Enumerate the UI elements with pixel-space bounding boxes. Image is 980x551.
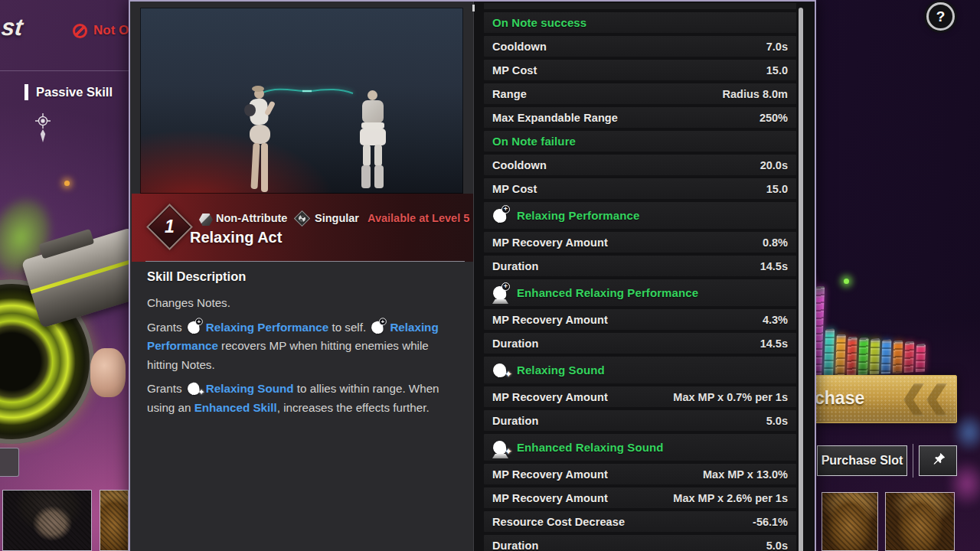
stat-value: 15.0 — [766, 64, 788, 77]
stat-label: Range — [492, 88, 527, 100]
section-marker-bar — [24, 84, 28, 100]
pin-button[interactable] — [919, 445, 957, 476]
character-hand — [90, 348, 126, 397]
stat-label: MP Recovery Amount — [492, 468, 608, 481]
stat-value: 250% — [760, 112, 788, 124]
stat-row: MP Cost15.0 — [484, 60, 796, 80]
sparkle-fx — [64, 181, 70, 186]
skill-detail-screen: st Not Owned Passive Skill — [0, 0, 980, 551]
description-paragraph: Grants ✦Relaxing Sound to allies within … — [147, 379, 455, 417]
skill-name: Relaxing Act — [190, 229, 282, 246]
column-divider — [473, 2, 474, 551]
equalizer-bar — [870, 339, 880, 375]
passive-skill-header: Passive Skill — [24, 84, 113, 100]
equalizer-bar — [824, 329, 835, 377]
stat-label: Relaxing Performance — [517, 209, 639, 222]
purchase-slot-label: Purchase Slot — [822, 454, 903, 468]
clipped-stat-row — [484, 3, 796, 9]
stat-label: Max Expandable Range — [492, 112, 618, 124]
character-figure-left — [241, 84, 281, 194]
head-plus-icon: + — [492, 206, 510, 225]
stat-row: Max Expandable Range250% — [484, 107, 796, 128]
cast-type-label: Singular — [315, 212, 359, 224]
description-text: Grants — [147, 321, 185, 334]
stat-row: Duration5.0s — [484, 410, 796, 431]
character-thumbnail[interactable] — [100, 490, 129, 551]
stat-label: Resource Cost Decrease — [492, 516, 625, 528]
description-paragraph: Grants +Relaxing Performance to self. +R… — [147, 318, 455, 375]
head-plus-base-icon: + — [492, 283, 510, 302]
buff-header-row: ✦Enhanced Relaxing Sound — [484, 434, 796, 461]
help-button[interactable]: ? — [926, 2, 955, 31]
stat-row: Duration14.5s — [484, 256, 796, 276]
stat-row: MP Cost15.0 — [484, 178, 796, 199]
help-button-label: ? — [936, 8, 946, 25]
stat-row: Cooldown7.0s — [484, 36, 796, 57]
skill-level-value: 1 — [165, 217, 175, 237]
stat-label: Enhanced Relaxing Performance — [517, 286, 698, 299]
buff-header-row: +Relaxing Performance — [484, 202, 796, 229]
pushpin-icon — [930, 452, 946, 471]
stat-label: MP Cost — [492, 183, 537, 195]
character-thumbnail[interactable] — [822, 492, 878, 551]
relaxing-sound-link: Relaxing Sound — [206, 382, 294, 395]
skill-detail-dialog: 1 Non-Attribute Singular Available at Le… — [129, 0, 816, 551]
equalizer-bar — [904, 341, 914, 373]
stat-label: MP Recovery Amount — [492, 236, 608, 249]
description-text: to self. — [328, 321, 369, 334]
stat-label: MP Recovery Amount — [492, 391, 608, 403]
column-tick — [472, 5, 475, 11]
stat-label: MP Cost — [492, 64, 537, 77]
stat-row: RangeRadius 8.0m — [484, 83, 796, 104]
stats-scrollbar[interactable] — [799, 8, 803, 551]
equalizer-bar — [893, 341, 903, 373]
stat-value: 20.0s — [760, 159, 788, 171]
stat-value: 15.0 — [766, 183, 788, 195]
stat-section-header: On Note success — [484, 12, 796, 33]
stat-label: On Note failure — [492, 135, 576, 148]
skill-stats-list: On Note successCooldown7.0sMP Cost15.0Ra… — [484, 12, 796, 551]
stat-value: 14.5s — [760, 260, 788, 272]
head-sparkle-base-icon: ✦ — [492, 438, 510, 457]
stat-value: Radius 8.0m — [723, 88, 788, 100]
stat-value: Max MP x 13.0% — [703, 468, 788, 481]
purchase-slot-button[interactable]: Purchase Slot — [817, 445, 907, 476]
stat-row: MP Recovery AmountMax MP x 13.0% — [484, 464, 796, 484]
sidebar-divider — [0, 70, 129, 71]
relaxing-sound-buff-icon: ✦ — [187, 380, 203, 398]
stat-value: 5.0s — [766, 415, 788, 427]
equalizer-bar — [858, 337, 869, 375]
equalizer-bar — [916, 344, 926, 372]
stat-row: MP Recovery Amount4.3% — [484, 309, 796, 330]
stat-value: 14.5s — [760, 337, 788, 350]
description-text: Grants — [147, 382, 185, 395]
stat-label: On Note success — [492, 16, 586, 29]
skill-description-title: Skill Description — [147, 269, 246, 284]
character-thumbnail[interactable] — [2, 490, 92, 551]
relaxing-performance-link: Relaxing Performance — [206, 321, 328, 334]
description-text: Changes Notes. — [147, 296, 230, 309]
equalizer-bars-fx — [801, 253, 972, 378]
stat-label: Duration — [492, 337, 538, 350]
stat-label: Cooldown — [492, 159, 547, 171]
relaxing-performance-buff-icon: + — [371, 318, 387, 336]
stat-row: Cooldown20.0s — [484, 155, 796, 175]
equalizer-bar — [881, 340, 892, 374]
passive-skill-label: Passive Skill — [36, 85, 113, 99]
stat-label: Duration — [492, 415, 538, 427]
button-separator — [913, 444, 913, 478]
section-divider — [145, 261, 465, 262]
stat-label: Duration — [492, 260, 538, 272]
side-tab[interactable] — [0, 448, 19, 477]
character-figure-right — [354, 90, 393, 191]
description-text: , increases the effects further. — [277, 401, 430, 414]
availability-label: Available at Level 5 — [368, 212, 469, 224]
purchase-button[interactable]: chase — [802, 375, 957, 423]
stat-row: MP Recovery AmountMax MP x 0.7% per 1s — [484, 386, 796, 407]
passive-skill-ornament-icon — [34, 112, 52, 147]
chevron-left-icon — [903, 383, 924, 416]
skill-description-body: Changes Notes. Grants +Relaxing Performa… — [147, 294, 455, 422]
equalizer-bar — [835, 334, 846, 377]
chevron-left-icon — [926, 383, 947, 416]
weapon-preview-background — [0, 172, 129, 455]
